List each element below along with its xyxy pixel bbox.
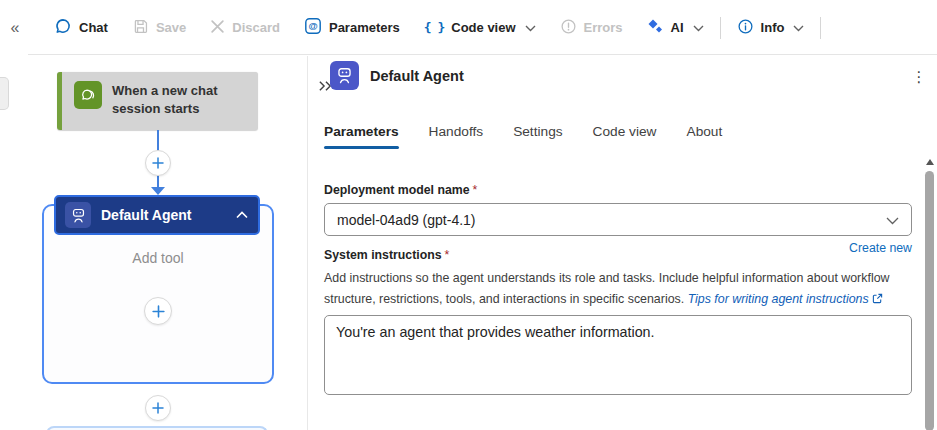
tab-handoffs[interactable]: Handoffs <box>429 124 484 149</box>
agent-tabs: Parameters Handoffs Settings Code view A… <box>324 124 722 149</box>
system-instructions-label: System instructions* <box>324 248 449 262</box>
add-tool-button[interactable] <box>144 297 172 325</box>
agent-node-header[interactable]: Default Agent <box>54 195 260 235</box>
panel-title: Default Agent <box>370 68 464 84</box>
errors-label: Errors <box>584 20 623 35</box>
panel-scrollbar <box>923 150 937 430</box>
error-circle-icon <box>560 18 577 38</box>
deployment-model-label: Deployment model name* <box>324 183 477 197</box>
left-panel-handle[interactable] <box>0 77 9 110</box>
trigger-title: When a new chat session starts <box>112 82 217 118</box>
more-options-button[interactable]: ⋮ <box>908 66 930 88</box>
chat-session-trigger-icon <box>74 81 102 109</box>
parameters-label: Parameters <box>329 20 400 35</box>
ai-label: AI <box>671 20 684 35</box>
more-vertical-icon: ⋮ <box>912 68 927 85</box>
chevron-down-icon <box>886 211 899 229</box>
code-view-button[interactable]: { } Code view <box>412 11 548 45</box>
toolbar-divider <box>820 17 821 39</box>
at-mention-parameters-icon: @ <box>304 17 322 38</box>
deployment-model-value: model-04ad9 (gpt-4.1) <box>337 212 886 228</box>
collapse-left-nav-button[interactable]: « <box>0 0 30 55</box>
chat-button[interactable]: Chat <box>42 11 120 45</box>
info-circle-icon <box>737 18 754 38</box>
tips-for-writing-agent-instructions-link[interactable]: Tips for writing agent instructions <box>688 292 883 306</box>
errors-button[interactable]: Errors <box>548 11 635 45</box>
discard-button[interactable]: Discard <box>198 11 292 45</box>
chevron-down-icon <box>525 20 536 35</box>
ai-sparkle-icon <box>647 18 664 38</box>
deployment-model-dropdown[interactable]: model-04ad9 (gpt-4.1) <box>324 203 912 236</box>
agent-robot-icon <box>65 202 91 228</box>
add-tool-placeholder: Add tool <box>42 250 274 266</box>
svg-text:@: @ <box>308 20 317 31</box>
instructions-description: Add instructions so the agent understand… <box>324 268 916 310</box>
next-node-peek <box>46 426 268 430</box>
chevron-down-icon <box>793 20 804 35</box>
discard-label: Discard <box>232 20 280 35</box>
chevron-down-icon <box>693 20 704 35</box>
tab-about[interactable]: About <box>687 124 723 149</box>
required-asterisk: * <box>473 183 478 197</box>
app-window: « Chat Save Discard @ Parameters { } Cod… <box>0 0 937 430</box>
code-braces-icon: { } <box>424 20 444 35</box>
scroll-up-arrow[interactable] <box>926 159 934 165</box>
chat-bubble-icon <box>54 17 72 38</box>
scrollbar-thumb[interactable] <box>925 171 934 430</box>
chevron-up-icon[interactable] <box>236 211 248 219</box>
insert-action-button[interactable] <box>145 150 171 176</box>
designer-toolbar: « Chat Save Discard @ Parameters { } Cod… <box>0 0 937 55</box>
info-button[interactable]: Info <box>725 11 817 45</box>
parameters-button[interactable]: @ Parameters <box>292 11 412 45</box>
double-chevron-left-icon: « <box>11 19 20 37</box>
info-label: Info <box>761 20 785 35</box>
toolbar-divider <box>720 17 721 39</box>
save-icon <box>132 18 149 38</box>
trigger-node-when-new-chat-session-starts[interactable]: When a new chat session starts <box>57 72 258 130</box>
save-label: Save <box>156 20 186 35</box>
chat-label: Chat <box>79 20 108 35</box>
required-asterisk: * <box>445 248 450 262</box>
insert-action-below-button[interactable] <box>145 395 171 421</box>
system-instructions-input[interactable]: You're an agent that provides weather in… <box>324 315 912 395</box>
dismiss-icon <box>210 19 225 37</box>
tab-settings[interactable]: Settings <box>513 124 562 149</box>
connector-arrowhead <box>151 187 165 195</box>
ai-button[interactable]: AI <box>635 11 716 45</box>
agent-node-title: Default Agent <box>101 207 226 223</box>
agent-avatar-icon <box>330 61 359 90</box>
agent-details-panel: Default Agent ⋮ Parameters Handoffs Sett… <box>308 56 937 430</box>
tab-parameters[interactable]: Parameters <box>324 124 399 149</box>
code-view-label: Code view <box>451 20 515 35</box>
save-button[interactable]: Save <box>120 11 198 45</box>
tab-code-view[interactable]: Code view <box>593 124 657 149</box>
